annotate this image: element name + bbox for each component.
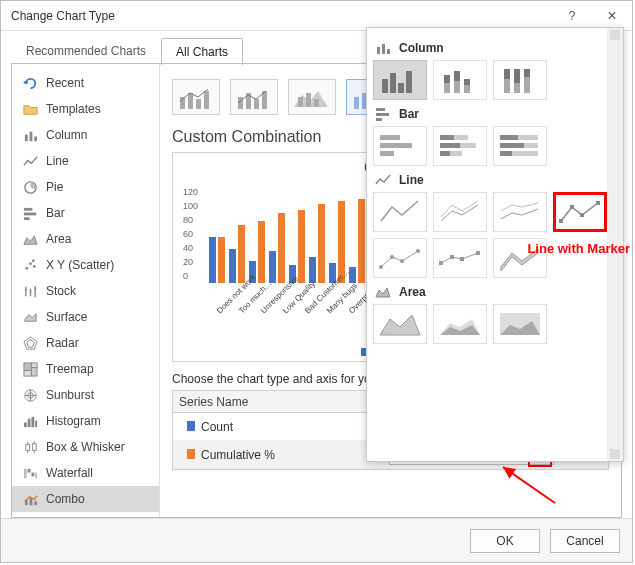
- waterfall-chart-icon: [22, 465, 38, 481]
- svg-rect-82: [559, 219, 563, 223]
- column-chart-icon: [22, 127, 38, 143]
- svg-rect-46: [382, 44, 385, 54]
- svg-rect-18: [27, 418, 30, 426]
- sidebar-item-sunburst[interactable]: Sunburst: [12, 382, 159, 408]
- option-stacked-column[interactable]: [433, 60, 487, 100]
- svg-rect-79: [500, 143, 524, 148]
- svg-rect-19: [31, 416, 34, 426]
- sidebar-item-area[interactable]: Area: [12, 226, 159, 252]
- sidebar-item-recent[interactable]: Recent: [12, 70, 159, 96]
- svg-rect-91: [450, 255, 454, 259]
- svg-rect-24: [27, 468, 30, 472]
- sidebar-item-column[interactable]: Column: [12, 122, 159, 148]
- box-whisker-icon: [22, 439, 38, 455]
- svg-rect-49: [390, 73, 396, 93]
- svg-rect-1: [29, 131, 32, 140]
- sidebar-item-stock[interactable]: Stock: [12, 278, 159, 304]
- svg-rect-47: [387, 49, 390, 54]
- svg-rect-5: [23, 212, 35, 215]
- sidebar-item-templates[interactable]: Templates: [12, 96, 159, 122]
- sidebar-item-box-whisker[interactable]: Box & Whisker: [12, 434, 159, 460]
- svg-rect-81: [500, 151, 512, 156]
- series-color-swatch: [187, 449, 195, 459]
- sidebar-item-surface[interactable]: Surface: [12, 304, 159, 330]
- svg-rect-73: [440, 143, 460, 148]
- svg-rect-77: [500, 135, 518, 140]
- sidebar-item-label: Box & Whisker: [46, 440, 125, 454]
- option-stacked-line[interactable]: [433, 192, 487, 232]
- option-stacked-bar[interactable]: [433, 126, 487, 166]
- svg-rect-61: [514, 69, 520, 83]
- option-100-stacked-column[interactable]: [493, 60, 547, 100]
- option-stacked-line-markers[interactable]: [373, 238, 427, 278]
- help-icon: ?: [569, 9, 576, 23]
- sidebar-item-combo[interactable]: Combo: [12, 486, 159, 512]
- radar-chart-icon: [22, 335, 38, 351]
- svg-rect-25: [31, 472, 34, 476]
- sidebar-item-label: Column: [46, 128, 87, 142]
- option-stacked-area[interactable]: [433, 304, 487, 344]
- window-title: Change Chart Type: [11, 9, 552, 23]
- svg-rect-67: [380, 135, 400, 140]
- group-title-line: Line: [375, 172, 617, 188]
- series-color-swatch: [187, 421, 195, 431]
- sunburst-chart-icon: [22, 387, 38, 403]
- option-100-stacked-line-markers[interactable]: [433, 238, 487, 278]
- svg-rect-11: [23, 362, 31, 370]
- option-area[interactable]: [373, 304, 427, 344]
- svg-point-10: [31, 259, 34, 262]
- sidebar-item-line[interactable]: Line: [12, 148, 159, 174]
- combo-subtype-1[interactable]: [172, 79, 220, 115]
- combo-subtype-2[interactable]: [230, 79, 278, 115]
- sidebar-item-label: Combo: [46, 492, 85, 506]
- cancel-button[interactable]: Cancel: [550, 529, 620, 553]
- tab-recommended-charts[interactable]: Recommended Charts: [11, 37, 161, 64]
- bar-chart-icon: [22, 205, 38, 221]
- option-100-stacked-area[interactable]: [493, 304, 547, 344]
- sidebar-item-label: Histogram: [46, 414, 101, 428]
- scatter-chart-icon: [22, 257, 38, 273]
- chart-category-sidebar: Recent Templates Column Line Pie Bar Are…: [12, 64, 160, 517]
- sidebar-item-label: Stock: [46, 284, 76, 298]
- surface-chart-icon: [22, 309, 38, 325]
- sidebar-item-pie[interactable]: Pie: [12, 174, 159, 200]
- sidebar-item-label: Pie: [46, 180, 63, 194]
- sidebar-item-label: Sunburst: [46, 388, 94, 402]
- y-axis-ticks: 120100806040200: [183, 185, 198, 283]
- sidebar-item-bar[interactable]: Bar: [12, 200, 159, 226]
- option-clustered-column[interactable]: [373, 60, 427, 100]
- option-line[interactable]: [373, 192, 427, 232]
- combo-subtype-3[interactable]: [288, 79, 336, 115]
- svg-rect-75: [440, 151, 450, 156]
- close-button[interactable]: ×: [592, 1, 632, 31]
- help-button[interactable]: ?: [552, 1, 592, 31]
- sidebar-item-label: Waterfall: [46, 466, 93, 480]
- group-title-column: Column: [375, 40, 617, 56]
- svg-rect-83: [570, 205, 574, 209]
- tab-all-charts[interactable]: All Charts: [161, 38, 243, 65]
- sidebar-item-radar[interactable]: Radar: [12, 330, 159, 356]
- sidebar-item-scatter[interactable]: X Y (Scatter): [12, 252, 159, 278]
- col-series-name: Series Name: [173, 395, 383, 409]
- area-chart-icon: [22, 231, 38, 247]
- series-name-label: Count: [201, 420, 233, 434]
- annotation-line-with-marker: Line with Marker: [527, 241, 630, 256]
- svg-rect-0: [24, 134, 27, 141]
- svg-rect-29: [34, 501, 37, 505]
- sidebar-item-label: Templates: [46, 102, 101, 116]
- svg-point-87: [390, 255, 394, 259]
- sidebar-item-treemap[interactable]: Treemap: [12, 356, 159, 382]
- dialog-footer: OK Cancel: [1, 518, 632, 562]
- option-clustered-bar[interactable]: [373, 126, 427, 166]
- svg-rect-65: [376, 113, 389, 116]
- sidebar-item-waterfall[interactable]: Waterfall: [12, 460, 159, 486]
- pie-chart-icon: [22, 179, 38, 195]
- svg-rect-36: [254, 99, 259, 109]
- option-line-with-markers[interactable]: [553, 192, 607, 232]
- ok-button[interactable]: OK: [470, 529, 540, 553]
- option-100-stacked-line[interactable]: [493, 192, 547, 232]
- svg-rect-90: [439, 261, 443, 265]
- svg-rect-84: [580, 213, 584, 217]
- sidebar-item-histogram[interactable]: Histogram: [12, 408, 159, 434]
- option-100-stacked-bar[interactable]: [493, 126, 547, 166]
